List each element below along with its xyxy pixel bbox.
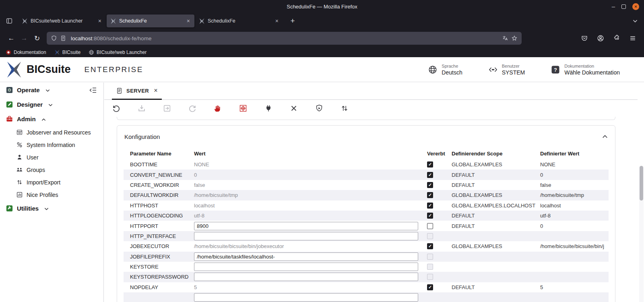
- param-value: 0: [194, 172, 197, 178]
- sidebar-item-import-export[interactable]: Import/Export: [0, 176, 103, 188]
- scrollbar-thumb[interactable]: [640, 166, 643, 201]
- inherited-checkbox[interactable]: ✓: [427, 192, 433, 198]
- widget-value: Wähle Dokumentation: [564, 69, 620, 76]
- header-widget-benutzer[interactable]: BenutzerSYSTEM: [488, 64, 525, 76]
- toolbar-button-target[interactable]: [234, 101, 252, 115]
- table-row: JOBEXECUTOR/home/bicsuite/bicsuite/bin/j…: [124, 241, 609, 251]
- param-value-input[interactable]: [194, 263, 418, 271]
- toolbar-button-cancel[interactable]: [285, 101, 303, 115]
- translate-icon[interactable]: [502, 35, 508, 41]
- operate-icon: [6, 86, 13, 94]
- inherited-checkbox[interactable]: ✓: [427, 161, 433, 168]
- toolbar-button-history[interactable]: [184, 101, 201, 115]
- pocket-button[interactable]: [578, 32, 591, 44]
- bicsuite-favicon: [110, 18, 116, 24]
- doc-toolbar: [104, 100, 638, 117]
- inherited-checkbox[interactable]: ✓: [427, 172, 433, 178]
- sidebar-item-system-information[interactable]: System Information: [0, 139, 103, 151]
- param-defined-value: /home/bicsuite/bicsuite/bin/j: [540, 243, 604, 249]
- tab-close-icon[interactable]: ×: [186, 18, 191, 24]
- back-button[interactable]: ←: [5, 32, 18, 44]
- toolbar-button-plug[interactable]: [260, 101, 277, 115]
- sidebar-item-nice-profiles[interactable]: Nice Profiles: [0, 188, 103, 201]
- tab-server[interactable]: SERVER ×: [112, 83, 162, 100]
- param-value-input[interactable]: [194, 232, 418, 240]
- inherited-checkbox[interactable]: ✓: [427, 284, 433, 290]
- firefox-view-button[interactable]: [3, 15, 15, 27]
- inherited-checkbox: [427, 254, 433, 260]
- menu-button[interactable]: [626, 32, 639, 44]
- tab-close-icon[interactable]: ×: [97, 18, 102, 24]
- tab-overflow-chevron-icon[interactable]: [633, 19, 638, 23]
- tab-close-icon[interactable]: ×: [275, 18, 279, 24]
- page-scrollbar[interactable]: [639, 165, 644, 302]
- tab-close-icon[interactable]: ×: [154, 87, 157, 94]
- page-info-icon[interactable]: [60, 35, 66, 41]
- param-name: HTTPPORT: [130, 223, 158, 229]
- header-widget-sprache[interactable]: SpracheDeutsch: [428, 64, 462, 76]
- url-bar[interactable]: localhost:8080/schedulix-fe/home: [47, 32, 522, 45]
- tab-title: SchedulixFe: [208, 18, 271, 24]
- param-value-input[interactable]: [194, 273, 418, 281]
- param-value-input[interactable]: [194, 252, 418, 261]
- sidebar-section-admin[interactable]: Admin: [0, 112, 103, 126]
- browser-tab[interactable]: SchedulixFe×: [195, 14, 283, 27]
- forward-button[interactable]: →: [18, 32, 31, 44]
- inherited-checkbox[interactable]: ✓: [427, 203, 433, 209]
- header-widget-dokumentation[interactable]: ?DokumentationWähle Dokumentation: [551, 64, 620, 76]
- bookmarks-list: DokumentationBICsuiteBICsuite!web Launch…: [6, 50, 147, 55]
- sidebar-section-operate[interactable]: Operate: [0, 83, 103, 97]
- bookmark-item-bicsuite[interactable]: BICsuite: [54, 50, 80, 55]
- collapse-sidebar-icon[interactable]: [89, 86, 98, 95]
- browser-tab[interactable]: BICsuite!web Launcher×: [18, 14, 106, 27]
- extensions-button[interactable]: [610, 32, 623, 44]
- param-scope: DEFAULT: [452, 172, 475, 178]
- inherited-checkbox[interactable]: [427, 223, 433, 229]
- toolbar-button-open[interactable]: [158, 101, 176, 115]
- bookmark-item-dokumentation[interactable]: Dokumentation: [6, 50, 46, 55]
- svg-text:?: ?: [554, 66, 557, 72]
- table-row: DEFAULTWORKDIR/home/bicsuite/tmp✓GLOBAL.…: [124, 190, 609, 200]
- bookmark-star-icon[interactable]: [511, 35, 518, 41]
- panel-collapse-icon[interactable]: [602, 134, 608, 139]
- widget-label: Sprache: [442, 64, 462, 68]
- maximize-button[interactable]: [621, 4, 626, 9]
- minimize-button[interactable]: –: [612, 4, 615, 8]
- history-icon: [188, 104, 197, 113]
- inherited-checkbox[interactable]: ✓: [427, 213, 433, 219]
- browser-tab[interactable]: SchedulixFe×: [107, 14, 194, 27]
- toolbar-button-save[interactable]: [133, 101, 151, 115]
- param-name: BOOTTIME: [130, 161, 157, 168]
- toolbar-button-stop[interactable]: [209, 101, 227, 115]
- close-button[interactable]: ×: [632, 3, 639, 10]
- sidebar-item-user[interactable]: User: [0, 151, 103, 163]
- table-row: KEYSTOREPASSWORD: [124, 272, 609, 282]
- shield-icon[interactable]: [51, 35, 57, 41]
- param-value-input[interactable]: [194, 222, 418, 230]
- new-tab-button[interactable]: +: [287, 17, 298, 25]
- toolbar-button-shield-run[interactable]: [310, 101, 328, 115]
- shield-run-icon: [315, 104, 324, 113]
- import-export-icon: [16, 179, 23, 186]
- toolbar-button-undo[interactable]: [107, 101, 125, 115]
- inherited-checkbox: [427, 233, 433, 239]
- sidebar-section-designer[interactable]: Designer: [0, 97, 103, 112]
- bicsuite-favicon: [199, 18, 205, 24]
- param-value-input[interactable]: [194, 293, 418, 302]
- sidebar-item-jobserver-and-resources[interactable]: Jobserver and Resources: [0, 126, 103, 139]
- target-icon: [239, 104, 248, 113]
- toolbar-button-sort[interactable]: [336, 101, 353, 115]
- cancel-icon: [289, 104, 298, 113]
- inherited-checkbox[interactable]: ✓: [427, 182, 433, 188]
- nice-profiles-icon: [16, 191, 23, 198]
- sidebar-item-groups[interactable]: Groups: [0, 163, 103, 176]
- widget-label: Benutzer: [502, 64, 525, 68]
- server-doc-icon: [116, 87, 123, 94]
- inherited-checkbox[interactable]: ✓: [427, 243, 433, 249]
- window-controls: – ×: [612, 0, 639, 13]
- sidebar-section-utilities[interactable]: Utilities: [0, 201, 103, 215]
- account-button[interactable]: [594, 32, 607, 44]
- bookmark-item-bicsuite-web-launcher[interactable]: BICsuite!web Launcher: [89, 50, 147, 55]
- param-name: JOBFILEPREFIX: [130, 254, 170, 260]
- reload-button[interactable]: ↻: [31, 32, 43, 44]
